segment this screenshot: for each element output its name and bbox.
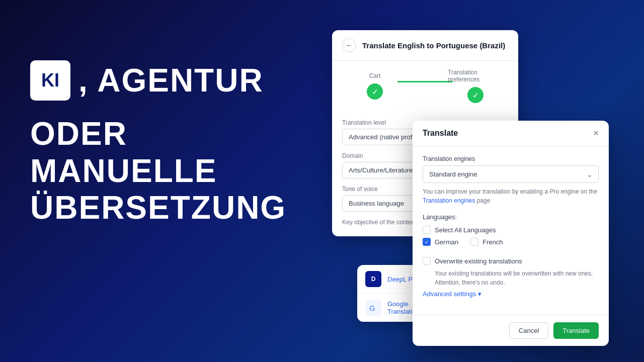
ki-logo-row: KI , Agentur bbox=[30, 60, 286, 101]
german-checkbox[interactable] bbox=[423, 238, 431, 246]
hint-text: You can improve your translation by enab… bbox=[423, 187, 599, 205]
dialog-header: Translate × bbox=[413, 121, 609, 146]
dialog-footer: Cancel Translate bbox=[413, 315, 609, 346]
overwrite-hint: Your existing translations will be overw… bbox=[435, 269, 599, 287]
german-label: German bbox=[435, 238, 458, 246]
french-row: French bbox=[470, 238, 503, 246]
ki-logo: KI bbox=[30, 60, 70, 101]
stepper: Cart ✓ Translation preferences ✓ bbox=[332, 61, 518, 111]
overwrite-row: Overwrite existing translations bbox=[423, 257, 599, 265]
oder-text: Oder bbox=[30, 116, 286, 153]
dialog-body: Translation engines Standard engine You … bbox=[413, 146, 609, 315]
step-cart-label: Cart bbox=[369, 72, 381, 79]
google-icon: G bbox=[365, 300, 381, 316]
select-all-checkbox[interactable] bbox=[423, 226, 431, 234]
translate-dialog: Translate × Translation engines Standard… bbox=[413, 121, 609, 346]
panel-header: ← Translate English to Portuguese (Brazi… bbox=[332, 30, 518, 61]
step-cart: Cart ✓ bbox=[347, 72, 403, 100]
back-button[interactable]: ← bbox=[342, 38, 356, 52]
dialog-title: Translate bbox=[423, 129, 458, 138]
advanced-settings-toggle[interactable]: Advanced settings ▾ bbox=[423, 290, 599, 298]
french-label: French bbox=[482, 238, 503, 246]
hint-text-before: You can improve your translation by enab… bbox=[423, 188, 597, 195]
hint-link[interactable]: Translation engines bbox=[423, 197, 475, 204]
deepl-icon: D bbox=[365, 271, 381, 287]
step-preferences-circle: ✓ bbox=[467, 87, 484, 103]
select-all-row: Select All Languages bbox=[423, 226, 599, 234]
cancel-button[interactable]: Cancel bbox=[509, 322, 548, 339]
manuelle-text: Manuelle bbox=[30, 153, 286, 190]
overwrite-section: Overwrite existing translations Your exi… bbox=[423, 257, 599, 287]
languages-row: German French bbox=[423, 238, 599, 250]
left-content: KI , Agentur Oder Manuelle Übersetzung bbox=[30, 60, 286, 227]
step-preferences-label: Translation preferences bbox=[448, 69, 503, 83]
step-line bbox=[397, 81, 453, 82]
hint-page: page bbox=[477, 197, 491, 204]
right-content: ← Translate English to Portuguese (Brazi… bbox=[322, 25, 634, 337]
languages-label: Languages: bbox=[423, 213, 599, 221]
engine-select-wrapper: Standard engine bbox=[423, 165, 599, 183]
step-cart-circle: ✓ bbox=[367, 83, 383, 100]
translate-button[interactable]: Translate bbox=[553, 322, 599, 339]
step-preferences: Translation preferences ✓ bbox=[448, 69, 503, 103]
agentur-text: , Agentur bbox=[78, 62, 264, 99]
overwrite-label: Overwrite existing translations bbox=[435, 257, 522, 265]
ubersetzung-text: Übersetzung bbox=[30, 190, 286, 227]
close-button[interactable]: × bbox=[593, 129, 599, 138]
french-checkbox[interactable] bbox=[470, 238, 478, 246]
panel-title: Translate English to Portuguese (Brazil) bbox=[362, 41, 505, 50]
german-row: German bbox=[423, 238, 458, 246]
svg-text:G: G bbox=[369, 304, 375, 312]
engines-label: Translation engines bbox=[423, 155, 599, 162]
languages-section: Languages: Select All Languages German F… bbox=[423, 213, 599, 250]
overwrite-checkbox[interactable] bbox=[423, 257, 431, 265]
engine-select[interactable]: Standard engine bbox=[423, 165, 599, 183]
select-all-label: Select All Languages bbox=[435, 226, 496, 234]
